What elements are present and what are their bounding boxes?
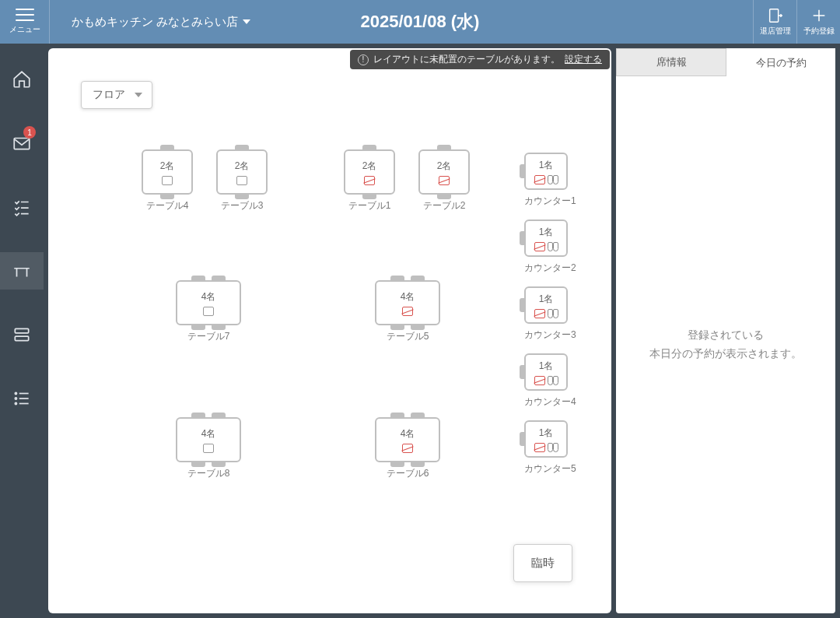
chair-icon xyxy=(411,276,425,282)
chair-icon xyxy=(160,193,174,199)
svg-rect-0 xyxy=(769,9,778,23)
chair-icon xyxy=(520,164,526,178)
counter-c5[interactable]: 1名カウンター5 xyxy=(524,420,576,476)
table-capacity: 2名 xyxy=(362,160,377,173)
chair-icon xyxy=(160,145,174,151)
chair-icon xyxy=(520,298,526,312)
table-box: 2名 xyxy=(216,149,268,195)
menu-button[interactable]: メニュー xyxy=(0,0,50,44)
exit-manage-button[interactable]: 退店管理 xyxy=(753,0,796,44)
table-capacity: 2名 xyxy=(437,160,452,173)
chair-icon xyxy=(212,276,226,282)
counter-capacity: 1名 xyxy=(539,159,554,172)
table-name: テーブル2 xyxy=(418,199,470,212)
store-selector[interactable]: かもめキッチン みなとみらい店 xyxy=(72,15,250,30)
plus-icon xyxy=(810,7,828,24)
chair-icon xyxy=(191,413,205,419)
table-icons xyxy=(439,176,450,185)
counter-c4[interactable]: 1名カウンター4 xyxy=(524,353,576,409)
chair-icon xyxy=(390,461,404,467)
list-icon xyxy=(12,388,32,409)
counter-c2[interactable]: 1名カウンター2 xyxy=(524,219,576,275)
checklist-icon xyxy=(12,197,32,217)
table-name: テーブル5 xyxy=(375,330,440,343)
chair-icon xyxy=(191,461,205,467)
table-box: 4名 xyxy=(375,417,440,462)
chair-icon xyxy=(411,461,425,467)
door-exit-icon xyxy=(767,7,784,24)
table-name: テーブル8 xyxy=(176,467,241,480)
chair-icon xyxy=(437,193,451,199)
sidebar-item-floor[interactable] xyxy=(0,252,44,290)
chair-icon xyxy=(212,413,226,419)
sidebar: 1 xyxy=(0,44,44,618)
counter-box: 1名 xyxy=(524,153,568,190)
counter-box: 1名 xyxy=(524,286,568,324)
no-smoking-icon xyxy=(534,242,545,251)
counter-name: カウンター4 xyxy=(524,395,576,409)
table-t8[interactable]: 4名テーブル8 xyxy=(176,417,241,480)
tab-today-reservations[interactable]: 今日の予約 xyxy=(726,48,835,76)
svg-rect-1 xyxy=(14,139,30,149)
table-t1[interactable]: 2名テーブル1 xyxy=(344,149,395,212)
panel-body: 登録されている 本日分の予約が表示されます。 xyxy=(616,76,835,613)
date-title: 2025/01/08 (水) xyxy=(361,10,480,33)
floor-selector[interactable]: フロア xyxy=(81,81,152,109)
counter-name: カウンター5 xyxy=(524,462,576,476)
counter-icons xyxy=(534,242,558,251)
reserve-add-button[interactable]: 予約登録 xyxy=(796,0,840,44)
counter-c1[interactable]: 1名カウンター1 xyxy=(524,153,576,208)
card-icon xyxy=(162,176,173,185)
temp-button[interactable]: 臨時 xyxy=(513,544,572,582)
table-icons xyxy=(236,176,247,185)
svg-point-5 xyxy=(15,398,16,399)
store-name-text: かもめキッチン みなとみらい店 xyxy=(72,15,238,30)
sidebar-item-checklist[interactable] xyxy=(0,188,44,226)
shoes-icon xyxy=(548,175,558,184)
chair-icon xyxy=(362,145,376,151)
floor-canvas: フロア 2名テーブル42名テーブル32名テーブル12名テーブル24名テーブル74… xyxy=(72,64,588,598)
chair-icon xyxy=(191,324,205,330)
sidebar-item-home[interactable] xyxy=(0,61,44,98)
table-capacity: 4名 xyxy=(401,427,415,441)
svg-rect-2 xyxy=(15,328,28,332)
table-icons xyxy=(162,176,173,185)
menu-label: メニュー xyxy=(9,24,40,35)
no-smoking-icon xyxy=(439,176,450,185)
table-t3[interactable]: 2名テーブル3 xyxy=(216,149,268,212)
warning-settings-link[interactable]: 設定する xyxy=(565,53,602,66)
app-header: メニュー かもめキッチン みなとみらい店 2025/01/08 (水) 退店管理… xyxy=(0,0,840,44)
table-t6[interactable]: 4名テーブル6 xyxy=(375,417,440,480)
floor-surface[interactable]: 2名テーブル42名テーブル32名テーブル12名テーブル24名テーブル74名テーブ… xyxy=(72,64,588,598)
table-icons xyxy=(402,444,413,453)
tab-seat-info[interactable]: 席情報 xyxy=(616,48,726,76)
mail-badge: 1 xyxy=(23,126,36,139)
chair-icon xyxy=(520,231,526,245)
shoes-icon xyxy=(548,309,558,318)
table-box: 4名 xyxy=(176,417,241,462)
svg-point-4 xyxy=(15,392,16,394)
table-t5[interactable]: 4名テーブル5 xyxy=(375,280,440,343)
sidebar-item-mail[interactable]: 1 xyxy=(0,125,44,162)
sidebar-item-list[interactable] xyxy=(0,380,44,417)
table-icons xyxy=(203,307,214,316)
table-icons xyxy=(402,307,413,316)
no-smoking-icon xyxy=(534,175,545,184)
counter-icons xyxy=(534,309,558,318)
table-t2[interactable]: 2名テーブル2 xyxy=(418,149,470,212)
chair-icon xyxy=(411,324,425,330)
chair-icon xyxy=(362,193,376,199)
table-t4[interactable]: 2名テーブル4 xyxy=(142,149,193,212)
table-box: 4名 xyxy=(375,280,440,325)
table-capacity: 2名 xyxy=(235,160,250,173)
main-area: ! レイアウトに未配置のテーブルがあります。 設定する フロア 2名テーブル42… xyxy=(44,44,840,618)
no-smoking-icon xyxy=(402,444,413,453)
table-t7[interactable]: 4名テーブル7 xyxy=(176,280,241,343)
chair-icon xyxy=(212,324,226,330)
sidebar-item-rows[interactable] xyxy=(0,316,44,353)
rows-icon xyxy=(12,325,32,345)
counter-c3[interactable]: 1名カウンター3 xyxy=(524,286,576,342)
header-actions: 退店管理 予約登録 xyxy=(753,0,840,44)
table-icons xyxy=(203,444,214,453)
table-name: テーブル7 xyxy=(176,330,241,343)
